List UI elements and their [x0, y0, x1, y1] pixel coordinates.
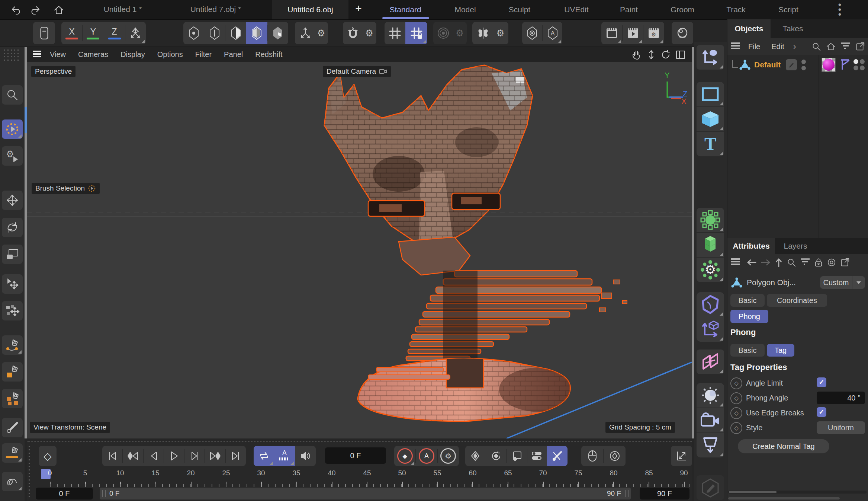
previous-key-button[interactable]	[123, 446, 143, 466]
key-selection-button[interactable]	[547, 446, 568, 466]
viewport-maximize-button[interactable]	[675, 50, 686, 60]
viewport-rotate-button[interactable]	[660, 50, 671, 60]
object-row-default[interactable]: Default	[727, 57, 868, 73]
undo-button[interactable]	[10, 4, 22, 16]
attributes-search-button[interactable]	[787, 258, 796, 267]
attributes-popout-button[interactable]	[840, 258, 849, 267]
edges-mode-button[interactable]	[204, 22, 225, 44]
autokey-button[interactable]: A	[416, 446, 437, 466]
attributes-menu-button[interactable]	[730, 258, 740, 267]
render-view-button[interactable]	[601, 22, 622, 44]
workplane-button[interactable]	[296, 22, 315, 44]
line-cut-tool[interactable]	[2, 443, 23, 463]
tweak-select-tool[interactable]: ⚙	[2, 146, 23, 166]
goto-end-button[interactable]	[226, 446, 246, 466]
viewport-dolly-button[interactable]	[646, 50, 656, 60]
viewport-canvas[interactable]: Perspective Default Camera Brush Selecti…	[27, 62, 692, 438]
brush-tool[interactable]	[2, 418, 23, 437]
layout-tab-model[interactable]: Model	[454, 5, 476, 14]
voxel-pen-tool[interactable]	[2, 389, 23, 408]
tab-objects[interactable]: Objects	[727, 19, 771, 38]
use-edge-breaks-checkbox[interactable]: ✓	[817, 407, 826, 417]
environment-button[interactable]	[697, 383, 724, 408]
attributes-hscrollbar-thumb[interactable]	[729, 491, 777, 493]
layout-overflow-button[interactable]: •••	[836, 2, 843, 17]
array-generator-button[interactable]	[697, 233, 724, 257]
spline-pen-tool[interactable]	[2, 335, 23, 355]
material-tag[interactable]	[822, 58, 836, 72]
tab-layers[interactable]: Layers	[775, 238, 816, 254]
scale-tool[interactable]	[2, 245, 23, 264]
text-primitive-button[interactable]: T	[697, 132, 724, 156]
new-document-button[interactable]: +	[351, 2, 366, 15]
menu-options[interactable]: Options	[157, 50, 183, 59]
doc-tab-untitled6[interactable]: Untitled 6.obj	[272, 0, 348, 19]
home-button[interactable]	[53, 4, 65, 16]
coordinate-system-button[interactable]	[125, 22, 146, 44]
loop-mode-button[interactable]	[254, 446, 274, 466]
stage-button[interactable]	[697, 433, 724, 457]
tweak-move-tool[interactable]	[2, 274, 23, 294]
projection-label[interactable]: Perspective	[31, 66, 75, 77]
live-selection-tool[interactable]	[2, 119, 23, 139]
objects-menu-edit[interactable]: Edit	[771, 42, 784, 51]
objects-tree[interactable]: Default	[727, 55, 868, 238]
camera-object-button[interactable]	[697, 408, 724, 433]
quantize-button[interactable]	[385, 22, 405, 44]
viewport-menu-button[interactable]	[32, 50, 42, 60]
attributes-hscrollbar[interactable]	[728, 491, 867, 494]
keyframe-circle-button[interactable]	[604, 446, 626, 466]
attributes-lock-button[interactable]	[814, 258, 823, 267]
layer-dots[interactable]	[853, 59, 865, 70]
right-panel-bottom-scrollbar[interactable]	[728, 497, 840, 500]
quantize-lock-button[interactable]	[405, 22, 427, 44]
phong-tab-tag[interactable]: Tag	[767, 344, 794, 357]
goto-start-button[interactable]	[102, 446, 122, 466]
attributes-sync-button[interactable]	[827, 258, 836, 267]
layout-tab-track[interactable]: Track	[726, 5, 746, 14]
menu-display[interactable]: Display	[120, 50, 145, 59]
menu-panel[interactable]: Panel	[224, 50, 243, 59]
objects-menu-file[interactable]: File	[748, 42, 760, 51]
left-toolbar-grip[interactable]	[3, 48, 20, 63]
next-key-button[interactable]	[205, 446, 225, 466]
phong-angle-keyframe-dot[interactable]: ◇	[730, 392, 742, 404]
phong-tab-basic[interactable]: Basic	[730, 344, 765, 357]
polygons-mode-button[interactable]	[225, 22, 246, 44]
record-keyframe-button[interactable]: ◆	[394, 446, 415, 466]
move-tool[interactable]	[2, 191, 23, 210]
axis-lock-x[interactable]: X	[61, 22, 82, 44]
range-end-field[interactable]: 90 F	[640, 488, 689, 500]
key-scale-button[interactable]	[507, 446, 527, 466]
symmetry-button[interactable]	[473, 22, 493, 44]
axis-gizmo[interactable]: Y Z X	[652, 67, 689, 108]
object-visibility-dots[interactable]	[801, 60, 806, 70]
effector-button[interactable]: ⚙	[697, 258, 724, 282]
tab-takes[interactable]: Takes	[771, 19, 815, 38]
menu-filter[interactable]: Filter	[195, 50, 212, 59]
transform-tool[interactable]	[2, 301, 23, 320]
attributes-filter-button[interactable]	[800, 258, 810, 267]
doc-tab-untitled7[interactable]: Untitled 7.obj *	[179, 5, 253, 14]
attributes-back-button[interactable]	[747, 259, 756, 266]
axis-center-button[interactable]	[522, 22, 542, 44]
render-picture-viewer-button[interactable]	[623, 22, 643, 44]
symmetry-settings-button[interactable]: ⚙	[493, 22, 508, 44]
attributes-up-button[interactable]	[775, 258, 782, 267]
mode-dropdown[interactable]: Custom	[820, 276, 852, 289]
key-position-button[interactable]	[465, 446, 486, 466]
objects-menu-overflow[interactable]: ›	[793, 41, 796, 52]
menu-redshift[interactable]: Redshift	[255, 50, 282, 59]
instance-button[interactable]	[697, 350, 724, 374]
play-button[interactable]	[164, 446, 184, 466]
layout-tab-standard[interactable]: Standard	[389, 5, 421, 14]
timeline-expand-button[interactable]	[671, 446, 692, 466]
menu-view[interactable]: View	[50, 50, 66, 59]
sketch-tool[interactable]	[2, 472, 23, 491]
interactive-render-button[interactable]	[672, 22, 693, 44]
cube-primitive-button[interactable]	[697, 107, 724, 131]
axis-lock-y[interactable]: Y	[83, 22, 103, 44]
menu-cameras[interactable]: Cameras	[78, 50, 108, 59]
tab-coordinates[interactable]: Coordinates	[767, 294, 827, 307]
texture-mode-button[interactable]	[268, 22, 288, 44]
